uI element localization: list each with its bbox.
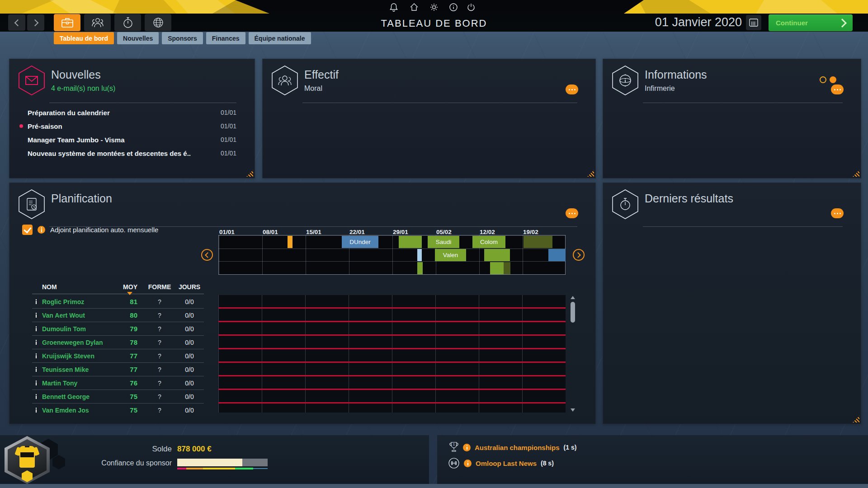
rider-schedule-strip [218, 322, 566, 336]
resize-handle[interactable] [246, 170, 253, 177]
team-jersey [19, 446, 35, 468]
news-item[interactable]: Pré-saison 01/01 [28, 119, 236, 133]
race-bar[interactable] [504, 262, 510, 274]
timeline-prev-button[interactable] [201, 249, 213, 261]
timeline-date: 12/02 [480, 229, 523, 235]
info-badge-icon[interactable] [464, 460, 472, 467]
table-row[interactable]: Teunissen Mike 77 ? 0/0 [9, 363, 595, 376]
col-header-forme[interactable]: FORME [146, 283, 173, 291]
more-options-button[interactable] [831, 208, 844, 218]
table-row[interactable]: Bennett George 75 ? 0/0 [9, 390, 595, 404]
home-icon[interactable] [409, 2, 420, 13]
nav-back-button[interactable] [8, 14, 25, 31]
sponsor-confidence-fill [177, 459, 242, 466]
panel-title: Planification [51, 192, 112, 205]
rider-table: Roglic Primoz 81 ? 0/0 Van Aert Wout 80 … [9, 295, 595, 413]
col-header-nom[interactable]: NOM [42, 283, 57, 291]
event-row[interactable]: 1 Australian championships (1 s) [449, 442, 576, 453]
col-header-jours[interactable]: JOURS [176, 283, 203, 291]
news-item[interactable]: Nouveau système de montées et descentes … [28, 146, 236, 160]
panel-derniers-resultats: Derniers résultats [603, 183, 861, 424]
continue-button[interactable]: Continuer [769, 14, 853, 31]
panel-informations: Informations Infirmerie [603, 59, 861, 178]
tab-nouvelles[interactable]: Nouvelles [117, 32, 159, 44]
table-row[interactable]: Martin Tony 76 ? 0/0 [9, 376, 595, 390]
race-bar[interactable] [288, 236, 292, 248]
panel-subtitle: Moral [304, 84, 322, 93]
event-row[interactable]: Omloop Last News (8 s) [448, 458, 554, 469]
table-row[interactable]: Roglic Primoz 81 ? 0/0 [9, 295, 595, 309]
race-bar[interactable] [399, 236, 422, 248]
calendar-icon [749, 18, 759, 28]
panel-nouvelles: Nouvelles 4 e-mail(s) non lu(s) Préparat… [9, 59, 255, 178]
race-bar[interactable] [490, 262, 504, 274]
rider-schedule-strip [218, 404, 566, 413]
timeline-date: 15/01 [306, 229, 349, 235]
settings-gear-icon[interactable] [429, 2, 439, 13]
news-item[interactable]: Manager Team Jumbo - Visma 01/01 [28, 133, 236, 146]
scroll-down-icon[interactable] [571, 408, 575, 412]
race-bar[interactable] [548, 249, 566, 261]
rider-schedule-strip [218, 363, 566, 376]
col-header-moy[interactable]: MOY [110, 283, 137, 291]
page-dot-outline[interactable] [820, 76, 826, 83]
tab-equipe-nationale[interactable]: Équipe nationale [249, 32, 311, 44]
module-team-button[interactable] [54, 14, 80, 31]
resize-handle[interactable] [853, 416, 859, 422]
module-riders-button[interactable] [84, 14, 111, 31]
race-bar[interactable]: Saudi [428, 236, 459, 248]
confidence-scale [177, 468, 253, 469]
race-bar[interactable] [417, 249, 422, 261]
event-link[interactable]: Australian championships [475, 444, 560, 451]
page-dot-filled[interactable] [830, 76, 836, 83]
resize-handle[interactable] [853, 170, 859, 177]
race-bar[interactable]: Colom [472, 236, 505, 248]
scrollbar-thumb[interactable] [571, 302, 575, 323]
tab-sponsors[interactable]: Sponsors [162, 32, 203, 44]
info-badge-icon[interactable] [463, 444, 471, 451]
table-row[interactable]: Kruijswijk Steven 77 ? 0/0 [9, 349, 595, 363]
training-race-icon [448, 457, 460, 469]
table-row[interactable]: Van Aert Wout 80 ? 0/0 [9, 309, 595, 322]
sponsor-confidence-bar [177, 459, 268, 466]
timeline-next-button[interactable] [573, 249, 585, 261]
chevron-right-icon [838, 19, 847, 28]
power-icon[interactable] [466, 2, 476, 13]
race-bar[interactable] [524, 236, 552, 248]
event-link[interactable]: Omloop Last News [476, 460, 537, 467]
race-bar[interactable]: Valen [435, 249, 466, 261]
race-bar[interactable]: DUnder [342, 236, 378, 248]
tab-tableau-de-bord[interactable]: Tableau de bord [54, 32, 114, 44]
scroll-up-icon[interactable] [571, 296, 575, 299]
panel-effectif: Effectif Moral [262, 59, 596, 178]
auto-planning-checkbox[interactable] [22, 225, 33, 235]
more-options-button[interactable] [831, 84, 844, 94]
notifications-bell-icon[interactable] [388, 2, 399, 13]
trophy-icon: 1 [449, 441, 459, 453]
nav-forward-button[interactable] [27, 14, 44, 31]
resize-handle[interactable] [587, 170, 594, 177]
calendar-timeline-grid[interactable]: DUnder Saudi Colom Valen [218, 235, 566, 275]
table-row[interactable]: Van Emden Jos 75 ? 0/0 [9, 404, 595, 413]
rider-schedule-strip [218, 390, 566, 404]
more-options-button[interactable] [566, 84, 578, 94]
timeline-date: 22/01 [349, 229, 393, 235]
race-bar[interactable] [417, 262, 423, 274]
panel-planification: Planification Adjoint planification auto… [9, 183, 596, 424]
table-row[interactable]: Groenewegen Dylan 78 ? 0/0 [9, 336, 595, 349]
info-icon[interactable] [448, 2, 459, 13]
panel-title: Effectif [304, 68, 339, 81]
more-options-button[interactable] [566, 208, 578, 218]
info-badge-icon[interactable] [38, 226, 45, 234]
news-item[interactable]: Préparation du calendrier 01/01 [28, 106, 236, 119]
table-scrollbar[interactable] [570, 296, 576, 412]
calendar-button[interactable] [746, 15, 761, 30]
continue-label: Continuer [776, 19, 808, 27]
module-races-button[interactable] [114, 14, 141, 31]
table-row[interactable]: Dumoulin Tom 79 ? 0/0 [9, 322, 595, 336]
module-world-button[interactable] [145, 14, 171, 31]
race-bar[interactable] [484, 249, 510, 261]
tab-finances[interactable]: Finances [206, 32, 245, 44]
confidence-scale-tail [253, 468, 268, 469]
team-logo[interactable] [5, 436, 50, 484]
